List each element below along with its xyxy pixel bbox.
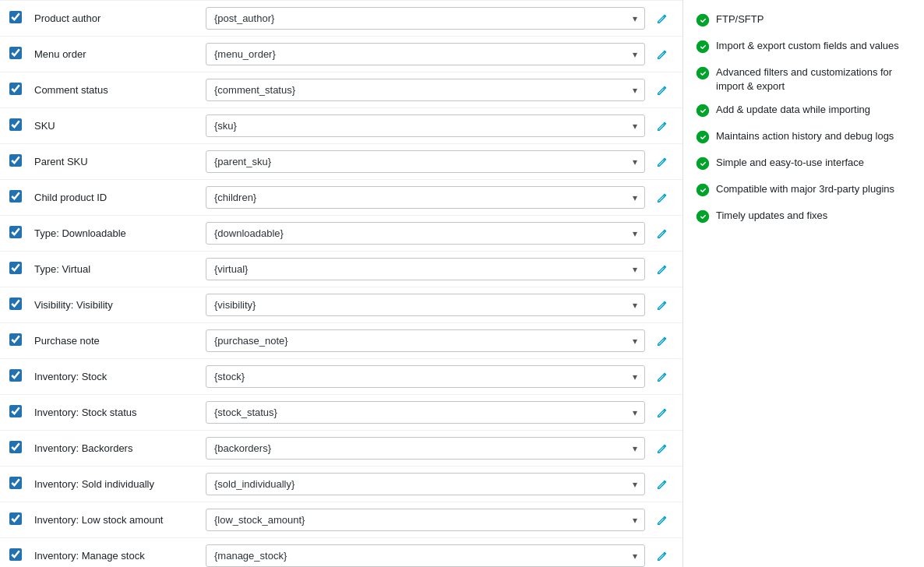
select-cell-type-virtual: {virtual} xyxy=(206,258,645,280)
checkbox-inventory-stock[interactable] xyxy=(9,369,22,382)
label-child-product-id: Child product ID xyxy=(34,192,206,203)
field-row: Parent SKU {parent_sku} xyxy=(0,144,682,180)
svg-point-0 xyxy=(697,14,710,27)
edit-button-inventory-backorders[interactable] xyxy=(651,439,673,458)
edit-button-child-product-id[interactable] xyxy=(651,188,673,207)
select-wrapper-visibility-visibility: {visibility} xyxy=(206,294,645,316)
checkbox-inventory-manage-stock[interactable] xyxy=(9,548,22,561)
checkbox-type-virtual[interactable] xyxy=(9,262,22,274)
edit-button-inventory-stock[interactable] xyxy=(651,368,673,386)
label-product-author: Product author xyxy=(34,12,206,24)
checkbox-parent-sku[interactable] xyxy=(9,154,22,167)
edit-button-inventory-stock-status[interactable] xyxy=(651,403,673,422)
select-inventory-backorders[interactable]: {backorders} xyxy=(206,437,645,460)
select-wrapper-menu-order: {menu_order} xyxy=(206,43,645,65)
field-row: Inventory: Stock {stock} xyxy=(0,359,682,395)
label-purchase-note: Purchase note xyxy=(34,335,206,347)
main-content: Product author {post_author} Menu order … xyxy=(0,0,682,567)
checkbox-cell-inventory-stock xyxy=(9,369,34,384)
field-row: Purchase note {purchase_note} xyxy=(0,323,682,359)
field-row: Inventory: Manage stock {manage_stock} xyxy=(0,538,682,567)
svg-point-2 xyxy=(697,67,710,80)
check-circle-icon xyxy=(696,66,710,83)
field-row: Product author {post_author} xyxy=(0,0,682,37)
select-inventory-stock[interactable]: {stock} xyxy=(206,365,645,388)
edit-button-inventory-low-stock[interactable] xyxy=(651,511,673,530)
select-wrapper-type-downloadable: {downloadable} xyxy=(206,222,645,245)
checkbox-visibility-visibility[interactable] xyxy=(9,298,22,310)
select-inventory-sold-individually[interactable]: {sold_individually} xyxy=(206,473,645,495)
checkbox-menu-order[interactable] xyxy=(9,47,22,59)
select-type-downloadable[interactable]: {downloadable} xyxy=(206,222,645,245)
select-inventory-manage-stock[interactable]: {manage_stock} xyxy=(206,544,645,567)
select-wrapper-inventory-sold-individually: {sold_individually} xyxy=(206,473,645,495)
field-row: Inventory: Sold individually {sold_indiv… xyxy=(0,467,682,502)
checkbox-cell-inventory-stock-status xyxy=(9,405,34,420)
checkbox-inventory-stock-status[interactable] xyxy=(9,405,22,417)
checkbox-child-product-id[interactable] xyxy=(9,190,22,202)
checkbox-sku[interactable] xyxy=(9,118,22,131)
select-wrapper-purchase-note: {purchase_note} xyxy=(206,329,645,352)
select-purchase-note[interactable]: {purchase_note} xyxy=(206,329,645,352)
edit-button-type-virtual[interactable] xyxy=(651,260,673,279)
edit-button-parent-sku[interactable] xyxy=(651,153,673,171)
select-cell-inventory-backorders: {backorders} xyxy=(206,437,645,460)
edit-button-inventory-manage-stock[interactable] xyxy=(651,547,673,565)
select-wrapper-inventory-manage-stock: {manage_stock} xyxy=(206,544,645,567)
feature-text-action-history: Maintains action history and debug logs xyxy=(716,129,894,143)
select-cell-sku: {sku} xyxy=(206,114,645,137)
select-menu-order[interactable]: {menu_order} xyxy=(206,43,645,65)
field-row: Inventory: Low stock amount {low_stock_a… xyxy=(0,502,682,538)
feature-item-add-update-data: Add & update data while importing xyxy=(696,103,912,120)
feature-text-ftp-sftp: FTP/SFTP xyxy=(716,12,764,26)
edit-button-product-author[interactable] xyxy=(651,9,673,28)
edit-button-visibility-visibility[interactable] xyxy=(651,296,673,315)
checkbox-cell-purchase-note xyxy=(9,333,34,348)
select-wrapper-child-product-id: {children} xyxy=(206,186,645,209)
edit-button-menu-order[interactable] xyxy=(651,45,673,64)
select-wrapper-type-virtual: {virtual} xyxy=(206,258,645,280)
feature-item-compatible-plugins: Compatible with major 3rd-party plugins xyxy=(696,182,912,199)
label-type-downloadable: Type: Downloadable xyxy=(34,227,206,239)
select-type-virtual[interactable]: {virtual} xyxy=(206,258,645,280)
checkbox-comment-status[interactable] xyxy=(9,83,22,95)
checkbox-cell-product-author xyxy=(9,11,34,26)
pencil-icon xyxy=(656,227,668,240)
select-cell-inventory-stock-status: {stock_status} xyxy=(206,401,645,424)
label-parent-sku: Parent SKU xyxy=(34,156,206,167)
check-circle-icon xyxy=(696,13,710,30)
checkbox-inventory-low-stock[interactable] xyxy=(9,512,22,525)
feature-text-advanced-filters: Advanced filters and customizations for … xyxy=(716,65,912,93)
edit-button-purchase-note[interactable] xyxy=(651,332,673,350)
select-visibility-visibility[interactable]: {visibility} xyxy=(206,294,645,316)
feature-item-action-history: Maintains action history and debug logs xyxy=(696,129,912,146)
feature-item-advanced-filters: Advanced filters and customizations for … xyxy=(696,65,912,93)
svg-point-3 xyxy=(697,104,710,118)
checkbox-cell-sku xyxy=(9,118,34,133)
check-circle-icon xyxy=(696,210,710,226)
checkbox-type-downloadable[interactable] xyxy=(9,226,22,238)
checkbox-purchase-note[interactable] xyxy=(9,333,22,346)
check-circle-icon xyxy=(696,183,710,199)
label-comment-status: Comment status xyxy=(34,84,206,96)
checkbox-inventory-sold-individually[interactable] xyxy=(9,477,22,489)
pencil-icon xyxy=(656,84,668,97)
select-comment-status[interactable]: {comment_status} xyxy=(206,79,645,101)
select-sku[interactable]: {sku} xyxy=(206,114,645,137)
checkbox-product-author[interactable] xyxy=(9,11,22,23)
edit-button-type-downloadable[interactable] xyxy=(651,224,673,243)
edit-button-sku[interactable] xyxy=(651,117,673,136)
select-inventory-stock-status[interactable]: {stock_status} xyxy=(206,401,645,424)
select-parent-sku[interactable]: {parent_sku} xyxy=(206,150,645,173)
field-row: SKU {sku} xyxy=(0,108,682,144)
edit-button-comment-status[interactable] xyxy=(651,81,673,100)
label-type-virtual: Type: Virtual xyxy=(34,263,206,275)
label-inventory-stock: Inventory: Stock xyxy=(34,371,206,382)
checkbox-inventory-backorders[interactable] xyxy=(9,441,22,453)
select-wrapper-inventory-stock-status: {stock_status} xyxy=(206,401,645,424)
checkbox-cell-visibility-visibility xyxy=(9,298,34,312)
select-child-product-id[interactable]: {children} xyxy=(206,186,645,209)
select-inventory-low-stock[interactable]: {low_stock_amount} xyxy=(206,509,645,531)
edit-button-inventory-sold-individually[interactable] xyxy=(651,475,673,494)
select-product-author[interactable]: {post_author} xyxy=(206,7,645,30)
